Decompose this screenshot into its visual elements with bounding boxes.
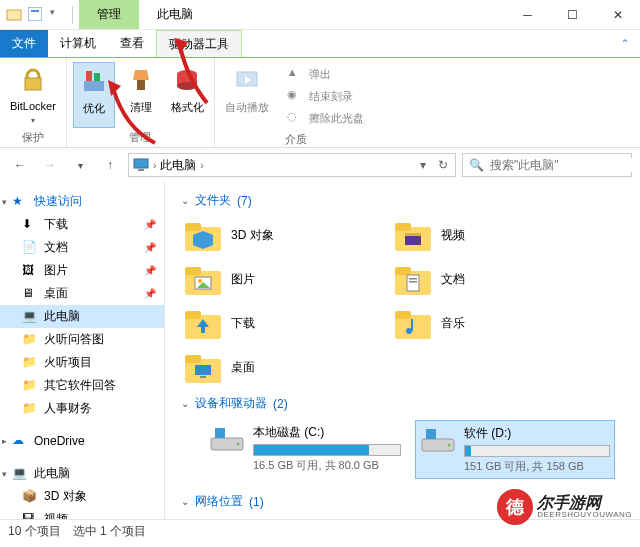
tab-drive-tools[interactable]: 驱动器工具 <box>156 30 242 57</box>
up-button[interactable]: ↑ <box>98 153 122 177</box>
sidebar-3d-objects[interactable]: 📦3D 对象 <box>0 485 164 508</box>
section-count: (7) <box>237 194 252 208</box>
sidebar-this-pc[interactable]: 💻此电脑 <box>0 305 164 328</box>
chevron-right-icon[interactable]: › <box>200 160 203 171</box>
close-button[interactable]: ✕ <box>595 0 640 29</box>
svg-rect-2 <box>31 10 39 12</box>
watermark-badge: 德 <box>497 489 533 525</box>
sidebar-pictures[interactable]: 🖼图片📌 <box>0 259 164 282</box>
sidebar-folder[interactable]: 📁人事财务 <box>0 397 164 420</box>
search-icon: 🔍 <box>469 158 484 172</box>
ribbon-collapse-icon[interactable]: ⌃ <box>620 30 640 57</box>
section-count: (2) <box>273 397 288 411</box>
drive-name: 本地磁盘 (C:) <box>253 424 401 441</box>
optimize-button[interactable]: 优化 <box>73 62 115 128</box>
section-label: 设备和驱动器 <box>195 395 267 412</box>
main-pane: ⌄ 文件夹 (7) 3D 对象视频图片文档下载音乐桌面 ⌄ 设备和驱动器 (2)… <box>165 182 640 519</box>
sidebar-folder[interactable]: 📁火听项目 <box>0 351 164 374</box>
status-selected-count: 选中 1 个项目 <box>73 523 146 540</box>
history-dropdown[interactable]: ▾ <box>68 153 92 177</box>
sidebar-folder[interactable]: 📁火听问答图 <box>0 328 164 351</box>
pin-icon: 📌 <box>144 219 156 230</box>
search-box[interactable]: 🔍 <box>462 153 632 177</box>
contextual-tab-manage[interactable]: 管理 <box>79 0 139 29</box>
cleanup-label: 清理 <box>130 100 152 115</box>
optimize-label: 优化 <box>83 101 105 116</box>
folder-item[interactable]: 3D 对象 <box>177 213 387 257</box>
search-input[interactable] <box>490 158 640 172</box>
folder-grid: 3D 对象视频图片文档下载音乐桌面 <box>177 213 628 389</box>
watermark-en: DEERSHOUYOUWANG <box>537 511 632 520</box>
erase-disc-button: ◌擦除此光盘 <box>287 110 364 126</box>
chevron-right-icon[interactable]: › <box>153 160 156 171</box>
autoplay-button: 自动播放 <box>221 62 273 117</box>
tab-computer[interactable]: 计算机 <box>48 30 108 57</box>
qat-dropdown-icon[interactable]: ▾ <box>50 7 66 23</box>
drive-item[interactable]: 本地磁盘 (C:)16.5 GB 可用, 共 80.0 GB <box>205 420 405 479</box>
sidebar-label: 文档 <box>44 239 68 256</box>
pin-icon: 📌 <box>144 265 156 276</box>
sidebar-downloads[interactable]: ⬇下载📌 <box>0 213 164 236</box>
quick-access-toolbar: ▾ <box>0 0 79 29</box>
folder-item[interactable]: 音乐 <box>387 301 597 345</box>
folder-item[interactable]: 桌面 <box>177 345 387 389</box>
address-dropdown-icon[interactable]: ▾ <box>415 157 431 173</box>
sidebar-desktop[interactable]: 🖥桌面📌 <box>0 282 164 305</box>
drive-item[interactable]: 软件 (D:)151 GB 可用, 共 158 GB <box>415 420 615 479</box>
svg-rect-5 <box>84 81 104 91</box>
folder-label: 音乐 <box>441 315 465 332</box>
folder-item[interactable]: 视频 <box>387 213 597 257</box>
svg-rect-39 <box>395 311 411 319</box>
navigation-bar: ← → ▾ ↑ › 此电脑 › ▾ ↻ 🔍 <box>0 148 640 182</box>
drive-grid: 本地磁盘 (C:)16.5 GB 可用, 共 80.0 GB软件 (D:)151… <box>177 416 628 487</box>
maximize-button[interactable]: ☐ <box>550 0 595 29</box>
minimize-button[interactable]: ─ <box>505 0 550 29</box>
title-tabs: 管理 此电脑 <box>79 0 211 29</box>
erase-label: 擦除此光盘 <box>309 111 364 126</box>
cleanup-icon <box>125 64 157 96</box>
network-item[interactable]: 天翼网关 <box>205 518 305 519</box>
svg-rect-7 <box>94 73 100 81</box>
optimize-icon <box>78 65 110 97</box>
star-icon: ★ <box>12 194 28 210</box>
svg-point-50 <box>448 444 451 447</box>
breadcrumb-segment[interactable]: 此电脑 <box>160 157 196 174</box>
svg-point-28 <box>198 279 202 283</box>
refresh-icon[interactable]: ↻ <box>435 157 451 173</box>
sidebar-quick-access[interactable]: ▾★快速访问 <box>0 190 164 213</box>
cleanup-button[interactable]: 清理 <box>121 62 161 128</box>
folder-label: 图片 <box>231 271 255 288</box>
sidebar-label: 其它软件回答 <box>44 377 116 394</box>
section-folders[interactable]: ⌄ 文件夹 (7) <box>177 186 628 213</box>
sidebar-this-pc-tree[interactable]: ▾💻此电脑 <box>0 462 164 485</box>
format-button[interactable]: 格式化 <box>167 62 208 128</box>
ribbon-group-protect: BitLocker ▾ 保护 <box>0 58 67 147</box>
desktop-icon: 🖥 <box>22 286 38 302</box>
address-bar[interactable]: › 此电脑 › ▾ ↻ <box>128 153 456 177</box>
window-controls: ─ ☐ ✕ <box>505 0 640 29</box>
sidebar-onedrive[interactable]: ▸☁OneDrive <box>0 430 164 452</box>
watermark: 德 尔手游网 DEERSHOUYOUWANG <box>497 489 632 525</box>
tab-view[interactable]: 查看 <box>108 30 156 57</box>
sidebar-folder[interactable]: 📁其它软件回答 <box>0 374 164 397</box>
ribbon-group-manage: 优化 清理 格式化 管理 <box>67 58 215 147</box>
qat-properties-icon[interactable] <box>28 7 44 23</box>
picture-icon: 🖼 <box>22 263 38 279</box>
sidebar-documents[interactable]: 📄文档📌 <box>0 236 164 259</box>
svg-rect-26 <box>185 267 201 275</box>
section-drives[interactable]: ⌄ 设备和驱动器 (2) <box>177 389 628 416</box>
folder-item[interactable]: 下载 <box>177 301 387 345</box>
folder-item[interactable]: 文档 <box>387 257 597 301</box>
svg-rect-33 <box>409 278 417 280</box>
tab-file[interactable]: 文件 <box>0 30 48 57</box>
folder-item[interactable]: 图片 <box>177 257 387 301</box>
bitlocker-button[interactable]: BitLocker ▾ <box>6 62 60 128</box>
lock-icon <box>17 64 49 96</box>
document-icon: 📄 <box>22 240 38 256</box>
sidebar-label: 人事财务 <box>44 400 92 417</box>
ribbon-group-media-label: 介质 <box>285 130 307 147</box>
video-icon: 🎞 <box>22 512 38 520</box>
sidebar-videos[interactable]: 🎞视频 <box>0 508 164 519</box>
svg-point-47 <box>237 443 240 446</box>
back-button[interactable]: ← <box>8 153 32 177</box>
